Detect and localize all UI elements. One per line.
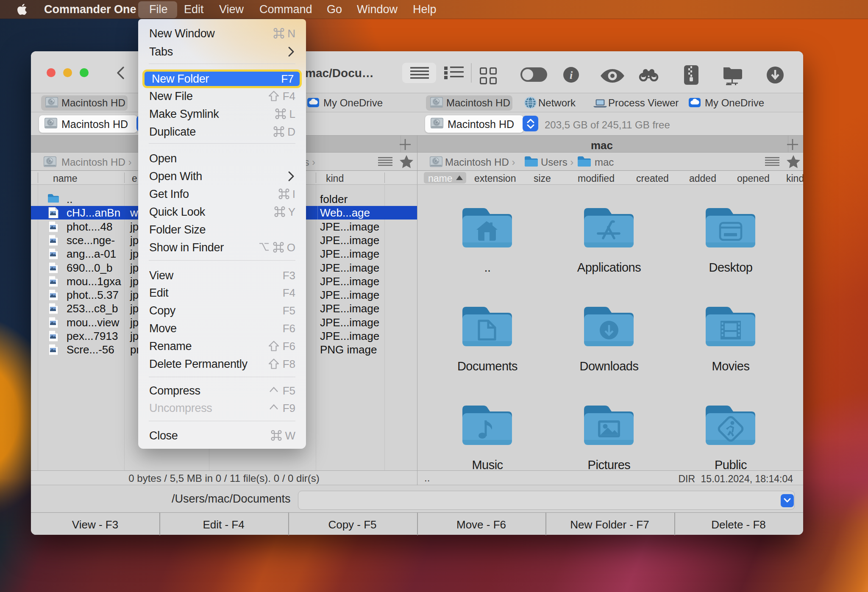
svg-text:i: i bbox=[570, 69, 573, 81]
